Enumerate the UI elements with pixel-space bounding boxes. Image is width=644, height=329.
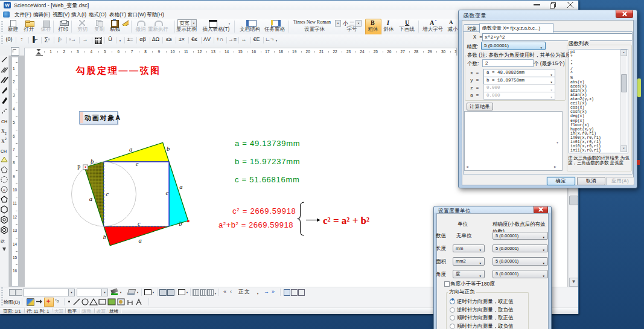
svg-text:c: c (136, 161, 139, 167)
svg-text:a: a (138, 237, 141, 244)
svg-text:b: b (91, 158, 94, 165)
svg-text:a: a (129, 146, 132, 153)
svg-text:a: a (179, 184, 182, 190)
svg-text:c: c (106, 191, 109, 197)
svg-text:a: a (89, 196, 92, 202)
svg-text:b: b (179, 220, 182, 227)
svg-text:c: c (138, 220, 141, 227)
svg-text:b: b (167, 145, 170, 152)
svg-text:b: b (103, 234, 106, 240)
svg-text:P: P (77, 165, 80, 171)
svg-text:c: c (166, 190, 169, 196)
